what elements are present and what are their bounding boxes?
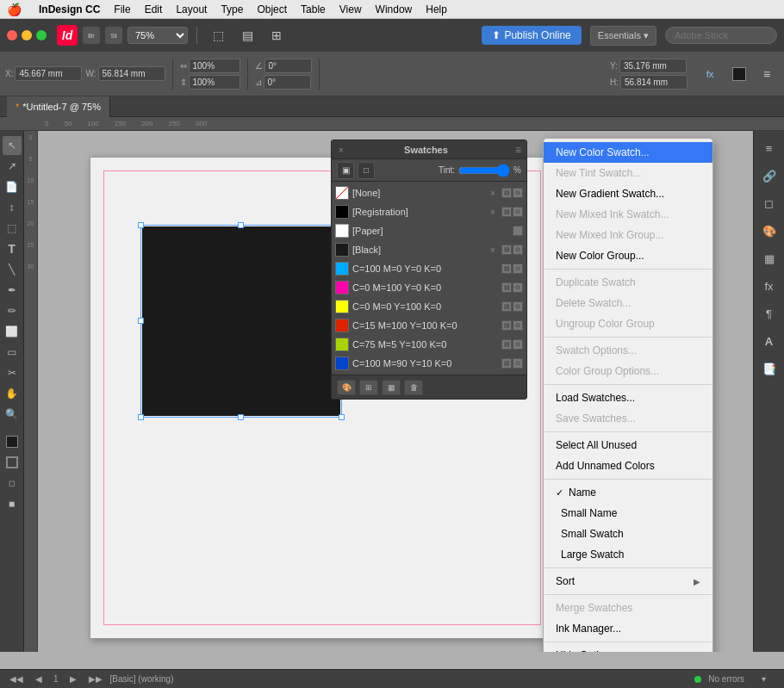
paragraph-panel-btn[interactable]: ¶ bbox=[757, 301, 781, 325]
page-tool[interactable]: 📄 bbox=[3, 177, 22, 196]
rectangle-tool[interactable]: ▭ bbox=[3, 343, 22, 362]
bridge-icon[interactable]: Br bbox=[83, 27, 100, 44]
swatches-panel-btn[interactable]: ▦ bbox=[757, 246, 781, 270]
selection-handle-tc[interactable] bbox=[238, 222, 244, 228]
swatch-item-red[interactable]: C=15 M=100 Y=100 K=0 ▤ ⊙ bbox=[332, 316, 526, 335]
publish-online-button[interactable]: ⬆ Publish Online bbox=[482, 26, 581, 45]
selection-tool[interactable]: ↖ bbox=[3, 136, 22, 155]
cm-new-color-swatch[interactable]: New Color Swatch... bbox=[544, 142, 712, 163]
prev-page-btn[interactable]: ◀◀ bbox=[9, 672, 24, 687]
swatch-item-registration[interactable]: [Registration] × ▤ ⊙ bbox=[332, 202, 526, 221]
selection-handle-bl[interactable] bbox=[138, 414, 144, 420]
grid-btn[interactable]: ⊞ bbox=[264, 25, 289, 46]
selection-handle-ml[interactable] bbox=[138, 318, 144, 324]
line-tool[interactable]: ╲ bbox=[3, 260, 22, 279]
menu-app[interactable]: InDesign CC bbox=[39, 3, 100, 15]
menu-window[interactable]: Window bbox=[376, 3, 413, 15]
menu-view[interactable]: View bbox=[339, 3, 362, 15]
swatch-item-none[interactable]: [None] × ▤ ⊙ bbox=[332, 183, 526, 202]
canvas-area[interactable]: × Swatches ≡ ▣ □ Tint: % [None] × ▤ bbox=[38, 131, 753, 652]
fx-btn[interactable]: fx bbox=[698, 64, 722, 84]
align-btn[interactable]: ▤ bbox=[235, 25, 259, 46]
links-panel-btn[interactable]: 🔗 bbox=[757, 164, 781, 188]
pencil-tool[interactable]: ✏ bbox=[3, 301, 22, 320]
stroke-panel-btn[interactable]: ◻ bbox=[757, 191, 781, 215]
effects-panel-btn[interactable]: fx bbox=[757, 274, 781, 298]
shear-input[interactable] bbox=[264, 75, 311, 90]
cm-new-gradient-swatch[interactable]: New Gradient Swatch... bbox=[544, 183, 712, 204]
layers-panel-btn[interactable]: ≡ bbox=[757, 136, 781, 160]
scissors-tool[interactable]: ✂ bbox=[3, 363, 22, 382]
swatch-item-blue[interactable]: C=100 M=90 Y=10 K=0 ▤ ⊙ bbox=[332, 354, 526, 373]
cm-hide-options[interactable]: Hide Options bbox=[544, 645, 712, 652]
menu-help[interactable]: Help bbox=[426, 3, 447, 15]
cm-add-unnamed-colors[interactable]: Add Unnamed Colors bbox=[544, 456, 712, 476]
swatches-panel-menu-btn[interactable]: ≡ bbox=[515, 144, 521, 156]
normal-mode-btn[interactable]: ◻ bbox=[3, 474, 22, 493]
tint-slider[interactable] bbox=[458, 165, 510, 176]
hand-tool[interactable]: ✋ bbox=[3, 384, 22, 403]
swatch-item-yellow[interactable]: C=0 M=0 Y=100 K=0 ▤ ⊙ bbox=[332, 297, 526, 316]
w-input[interactable] bbox=[98, 66, 165, 81]
cm-load-swatches[interactable]: Load Swatches... bbox=[544, 387, 712, 408]
color-panel-btn[interactable]: 🎨 bbox=[757, 219, 781, 243]
menu-file[interactable]: File bbox=[114, 3, 130, 15]
close-window-btn[interactable] bbox=[7, 30, 17, 40]
stroke-color-btn[interactable] bbox=[727, 64, 751, 84]
next-spread-btn[interactable]: ▶ bbox=[65, 672, 81, 687]
swatch-item-black[interactable]: [Black] × ▤ ⊙ bbox=[332, 240, 526, 259]
swatch-fill-btn[interactable]: ▣ bbox=[337, 162, 354, 179]
essentials-button[interactable]: Essentials ▾ bbox=[590, 26, 656, 46]
swatch-item-green[interactable]: C=75 M=5 Y=100 K=0 ▤ ⊙ bbox=[332, 335, 526, 354]
selection-handle-bc[interactable] bbox=[238, 414, 244, 420]
prev-spread-btn[interactable]: ◀ bbox=[31, 672, 47, 687]
cm-sort[interactable]: Sort bbox=[544, 571, 712, 592]
cm-select-all-unused[interactable]: Select All Unused bbox=[544, 435, 712, 456]
menu-table[interactable]: Table bbox=[301, 3, 326, 15]
new-gradient-btn[interactable]: ▦ bbox=[382, 380, 401, 395]
selection-handle-tl[interactable] bbox=[138, 222, 144, 228]
errors-expand-btn[interactable]: ▾ bbox=[751, 669, 775, 689]
preview-mode-btn[interactable]: ◼ bbox=[3, 494, 22, 513]
delete-swatch-btn[interactable]: 🗑 bbox=[404, 380, 423, 395]
zoom-selector[interactable]: 75% 100% 150% bbox=[128, 27, 188, 44]
character-panel-btn[interactable]: A bbox=[757, 329, 781, 353]
panel-menu-btn2[interactable]: ≡ bbox=[755, 64, 779, 84]
fill-color-btn[interactable] bbox=[3, 432, 22, 451]
scale-x-input[interactable] bbox=[189, 59, 240, 73]
frame-tool-btn[interactable]: ⬚ bbox=[206, 25, 230, 46]
selection-handle-br[interactable] bbox=[339, 414, 345, 420]
menu-layout[interactable]: Layout bbox=[176, 3, 207, 15]
gap-tool[interactable]: ↕ bbox=[3, 198, 22, 217]
menu-object[interactable]: Object bbox=[257, 3, 287, 15]
swatch-item-magenta[interactable]: C=0 M=100 Y=0 K=0 ▤ ⊙ bbox=[332, 278, 526, 297]
next-page-btn[interactable]: ▶▶ bbox=[88, 672, 103, 687]
swatch-stroke-btn[interactable]: □ bbox=[358, 162, 375, 179]
menu-edit[interactable]: Edit bbox=[145, 3, 163, 15]
cm-new-color-group[interactable]: New Color Group... bbox=[544, 245, 712, 266]
scale-y-input[interactable] bbox=[189, 75, 240, 90]
swatch-item-cyan[interactable]: C=100 M=0 Y=0 K=0 ▤ ⊙ bbox=[332, 259, 526, 278]
menu-type[interactable]: Type bbox=[221, 3, 243, 15]
y-input[interactable] bbox=[619, 59, 687, 73]
x-input[interactable] bbox=[15, 66, 82, 81]
cm-view-small-name[interactable]: Small Name bbox=[544, 503, 712, 524]
zoom-tool[interactable]: 🔍 bbox=[3, 405, 22, 424]
pages-panel-btn[interactable]: 📑 bbox=[757, 356, 781, 381]
swatch-item-paper[interactable]: [Paper] bbox=[332, 221, 526, 240]
cm-view-small-swatch[interactable]: Small Swatch bbox=[544, 524, 712, 544]
h-input[interactable] bbox=[620, 75, 688, 90]
direct-select-tool[interactable]: ↗ bbox=[3, 157, 22, 176]
new-tint-btn[interactable]: ⊞ bbox=[359, 380, 378, 395]
search-input[interactable] bbox=[665, 27, 777, 44]
new-color-page-btn[interactable]: 🎨 bbox=[337, 380, 356, 395]
cm-view-name[interactable]: ✓ Name bbox=[544, 482, 712, 503]
cm-ink-manager[interactable]: Ink Manager... bbox=[544, 618, 712, 639]
apple-menu[interactable]: 🍎 bbox=[7, 3, 22, 16]
content-collector[interactable]: ⬚ bbox=[3, 219, 22, 238]
minimize-window-btn[interactable] bbox=[22, 30, 32, 40]
swatches-panel-titlebar[interactable]: × Swatches ≡ bbox=[332, 140, 526, 159]
angle-input[interactable] bbox=[264, 59, 312, 73]
stock-icon[interactable]: St bbox=[105, 27, 122, 44]
maximize-window-btn[interactable] bbox=[36, 30, 47, 40]
